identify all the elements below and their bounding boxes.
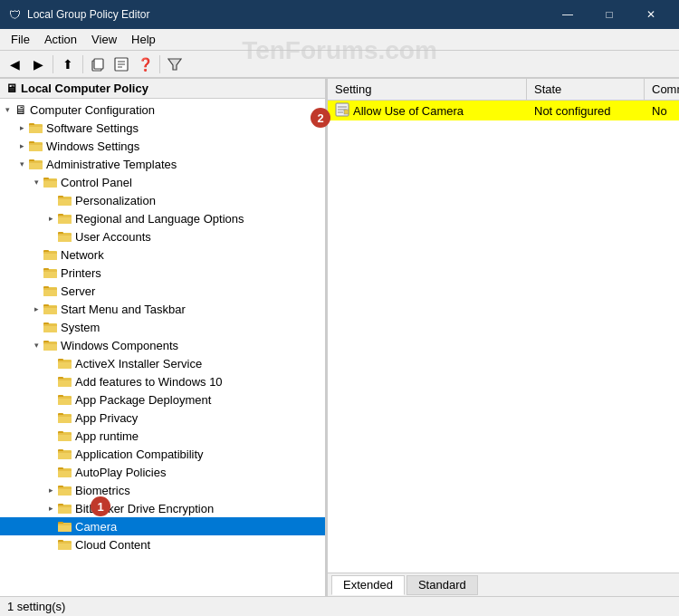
tree-item-cloud-content[interactable]: Cloud Content [0, 535, 325, 553]
tree-item-software-settings[interactable]: ▸ Software Settings [0, 119, 325, 137]
svg-rect-56 [43, 288, 57, 290]
svg-rect-46 [43, 252, 57, 254]
tree-label-computer-config: Computer Configuration [30, 103, 155, 117]
tree-item-admin-templates[interactable]: ▾ Administrative Templates [0, 155, 325, 173]
forward-button[interactable]: ▶ [27, 53, 49, 75]
column-state[interactable]: State [527, 79, 645, 100]
status-bar: 1 setting(s) [0, 596, 679, 616]
tree-toggle-bitlocker[interactable]: ▸ [43, 504, 58, 513]
column-comment[interactable]: Comment [645, 79, 679, 100]
close-button[interactable]: ✕ [630, 0, 672, 29]
tree-item-regional[interactable]: ▸ Regional and Language Options [0, 209, 325, 227]
tree-item-system[interactable]: System [0, 318, 325, 336]
tree-item-app-runtime[interactable]: App runtime [0, 427, 325, 445]
menu-help[interactable]: Help [124, 31, 163, 48]
tree-toggle-computer-config[interactable]: ▾ [0, 105, 14, 114]
minimize-button[interactable]: — [547, 0, 588, 29]
tree-item-app-package[interactable]: App Package Deployment [0, 390, 325, 409]
column-setting[interactable]: Setting [328, 79, 527, 100]
tree-item-windows-components[interactable]: ▾ Windows Components [0, 336, 325, 354]
tree-item-windows-settings[interactable]: ▸ Windows Settings [0, 137, 325, 155]
maximize-button[interactable]: □ [588, 0, 630, 29]
tree-toggle-biometrics[interactable]: ▸ [43, 486, 58, 495]
tree-item-user-accounts[interactable]: User Accounts [0, 227, 325, 245]
tree-panel: 🖥 Local Computer Policy ▾🖥Computer Confi… [0, 79, 326, 596]
tree-item-network[interactable]: Network [0, 245, 325, 264]
tree-item-biometrics[interactable]: ▸ Biometrics [0, 481, 325, 499]
svg-rect-36 [58, 216, 72, 217]
tree-label-windows-components: Windows Components [61, 339, 178, 352]
menu-action[interactable]: Action [37, 31, 84, 48]
filter-button[interactable] [164, 53, 186, 75]
window-title: Local Group Policy Editor [27, 8, 547, 21]
tree-items: ▾🖥Computer Configuration▸ Software Setti… [0, 99, 325, 555]
folder-icon [43, 321, 58, 333]
folder-icon [29, 158, 43, 170]
svg-marker-6 [168, 59, 181, 70]
tree-item-server[interactable]: Server [0, 282, 325, 300]
tree-scroll-area[interactable]: 🖥 Local Computer Policy ▾🖥Computer Confi… [0, 79, 325, 596]
copy-button[interactable] [87, 53, 109, 75]
tree-item-autoplay[interactable]: AutoPlay Policies [0, 463, 325, 481]
tree-item-bitlocker[interactable]: ▸ BitLocker Drive Encryption [0, 499, 325, 517]
tree-toggle-start-menu[interactable]: ▸ [29, 304, 43, 313]
tree-label-regional: Regional and Language Options [75, 212, 244, 226]
menu-file[interactable]: File [4, 31, 37, 48]
main-content: 🖥 Local Computer Policy ▾🖥Computer Confi… [0, 78, 679, 596]
tree-item-computer-config[interactable]: ▾🖥Computer Configuration [0, 101, 325, 119]
folder-icon [58, 466, 72, 478]
cell-comment-0: No [645, 101, 679, 120]
tree-label-control-panel: Control Panel [61, 176, 132, 189]
svg-rect-106 [58, 469, 72, 471]
toolbar-separator-3 [159, 55, 160, 73]
folder-icon [58, 357, 72, 370]
svg-rect-26 [43, 179, 57, 181]
tree-item-camera[interactable]: Camera [0, 517, 325, 535]
tree-item-personalization[interactable]: Personalization [0, 191, 325, 209]
svg-rect-96 [58, 433, 72, 435]
folder-icon [43, 303, 58, 315]
tab-standard[interactable]: Standard [406, 575, 478, 595]
svg-rect-61 [43, 306, 57, 308]
folder-icon [58, 502, 72, 515]
folder-icon [43, 339, 58, 351]
tree-label-camera: Camera [75, 520, 117, 534]
list-row-0[interactable]: Allow Use of CameraNot configuredNo [328, 101, 679, 120]
tree-item-app-compat[interactable]: Application Compatibility [0, 445, 325, 463]
tree-item-start-menu[interactable]: ▸ Start Menu and Taskbar [0, 300, 325, 318]
folder-icon [43, 266, 58, 279]
tree-label-activex: ActiveX Installer Service [75, 357, 202, 371]
tree-toggle-software-settings[interactable]: ▸ [14, 123, 29, 132]
tree-item-add-features[interactable]: Add features to Windows 10 [0, 372, 325, 390]
app-icon: 🛡 [7, 7, 22, 22]
properties-button[interactable] [110, 53, 132, 75]
list-body: Allow Use of CameraNot configuredNo [328, 101, 679, 573]
folder-icon [58, 520, 72, 533]
folder-icon [58, 484, 72, 496]
back-button[interactable]: ◀ [4, 53, 25, 75]
svg-rect-21 [29, 161, 43, 163]
up-button[interactable]: ⬆ [57, 53, 79, 75]
folder-icon [29, 121, 43, 134]
tab-extended[interactable]: Extended [331, 575, 405, 595]
tree-toggle-regional[interactable]: ▸ [43, 214, 58, 223]
tree-item-control-panel[interactable]: ▾ Control Panel [0, 173, 325, 191]
help-button[interactable]: ❓ [134, 53, 156, 75]
tree-header: 🖥 Local Computer Policy [0, 79, 325, 99]
menu-view[interactable]: View [84, 31, 124, 48]
tree-label-app-privacy: App Privacy [75, 411, 138, 425]
svg-rect-116 [58, 505, 72, 507]
tree-item-printers[interactable]: Printers [0, 264, 325, 282]
tree-toggle-windows-settings[interactable]: ▸ [14, 141, 29, 150]
svg-rect-101 [58, 451, 72, 453]
svg-rect-41 [58, 234, 72, 236]
tree-item-app-privacy[interactable]: App Privacy [0, 409, 325, 427]
badge-1: 1 [91, 496, 110, 516]
tree-item-activex[interactable]: ActiveX Installer Service [0, 354, 325, 372]
tree-toggle-control-panel[interactable]: ▾ [29, 178, 43, 187]
tree-toggle-admin-templates[interactable]: ▾ [14, 159, 29, 168]
svg-rect-86 [58, 397, 72, 399]
tree-label-admin-templates: Administrative Templates [46, 158, 177, 171]
tree-toggle-windows-components[interactable]: ▾ [29, 341, 43, 350]
folder-icon [58, 212, 72, 225]
